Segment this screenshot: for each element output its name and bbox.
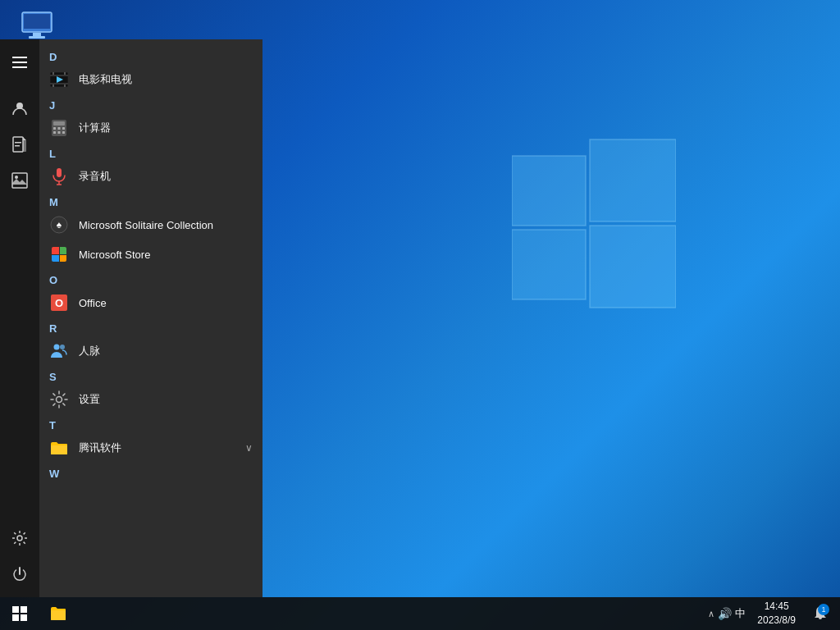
app-item-tencent[interactable]: 腾讯软件 ∨ (39, 433, 262, 463)
svg-point-17 (15, 176, 18, 179)
tencent-folder-icon (49, 438, 69, 458)
windows-logo-decoration (512, 131, 676, 312)
svg-rect-21 (50, 75, 68, 76)
systray-area: ∧ 🔊 中 (708, 606, 746, 621)
taskbar-clock[interactable]: 14:45 2023/8/9 (751, 600, 802, 628)
svg-rect-7 (29, 36, 45, 39)
app-item-solitaire[interactable]: ♠ Microsoft Solitaire Collection (39, 210, 262, 240)
svg-rect-5 (24, 14, 50, 29)
section-letter-r: R (39, 317, 262, 336)
svg-point-45 (57, 397, 62, 403)
svg-rect-30 (53, 127, 56, 130)
section-letter-o: O (39, 269, 262, 288)
section-letter-m: M (39, 191, 262, 210)
store-icon (49, 244, 69, 264)
taskbar: ∧ 🔊 中 14:45 2023/8/9 1 (0, 597, 840, 630)
office-icon: O (49, 293, 69, 313)
sidebar-settings-icon[interactable] (3, 522, 36, 555)
section-letter-t: T (39, 414, 262, 433)
settings-label: 设置 (79, 392, 253, 407)
svg-point-44 (60, 345, 65, 349)
this-pc-icon (20, 8, 54, 43)
svg-rect-24 (64, 72, 66, 75)
app-item-people[interactable]: 人脉 (39, 336, 262, 366)
movies-tv-label: 电影和电视 (79, 72, 253, 87)
systray-chevron[interactable]: ∧ (708, 609, 714, 619)
hamburger-menu-button[interactable] (3, 46, 36, 79)
start-button[interactable] (0, 597, 39, 630)
section-letter-w: W (39, 463, 262, 482)
systray-ime-indicator[interactable]: 中 (735, 606, 746, 621)
section-letter-j: J (39, 94, 262, 113)
svg-rect-23 (52, 72, 54, 75)
start-sidebar (0, 39, 39, 597)
app-item-recorder[interactable]: 录音机 (39, 162, 262, 191)
sidebar-photos-icon[interactable] (3, 164, 36, 197)
svg-rect-14 (15, 142, 21, 144)
svg-rect-32 (62, 127, 65, 130)
taskbar-date: 2023/8/9 (757, 614, 796, 628)
calculator-icon (49, 118, 69, 138)
sidebar-power-icon[interactable] (3, 558, 36, 591)
people-icon (49, 341, 69, 361)
svg-rect-26 (64, 84, 66, 87)
office-label: Office (79, 297, 253, 309)
taskbar-left-area (0, 597, 75, 630)
svg-rect-8 (12, 57, 27, 58)
svg-rect-35 (62, 131, 65, 134)
people-label: 人脉 (79, 344, 253, 358)
recorder-icon (49, 167, 69, 186)
sidebar-user-icon[interactable] (3, 92, 36, 125)
svg-rect-16 (12, 173, 27, 188)
start-menu: D 电影和电视 (0, 39, 262, 597)
tencent-label: 腾讯软件 (79, 441, 235, 455)
svg-rect-31 (58, 127, 61, 130)
sidebar-document-icon[interactable] (3, 128, 36, 161)
taskbar-file-explorer-button[interactable] (41, 597, 75, 630)
notification-center-button[interactable]: 1 (807, 597, 833, 630)
start-app-list: D 电影和电视 (39, 39, 262, 597)
svg-point-43 (54, 345, 60, 350)
svg-rect-2 (512, 230, 586, 299)
app-item-movies-tv[interactable]: 电影和电视 (39, 65, 262, 94)
app-item-office[interactable]: O Office (39, 288, 262, 317)
tencent-expand-arrow[interactable]: ∨ (245, 442, 253, 454)
section-letter-d: D (39, 46, 262, 65)
svg-rect-22 (50, 83, 68, 84)
svg-rect-48 (12, 614, 19, 621)
systray-speaker-icon[interactable]: 🔊 (718, 607, 732, 620)
section-letter-l: L (39, 143, 262, 162)
svg-rect-25 (52, 84, 54, 87)
app-item-settings[interactable]: 设置 (39, 385, 262, 414)
svg-rect-9 (12, 62, 27, 63)
svg-rect-49 (21, 614, 27, 621)
svg-rect-36 (57, 168, 62, 177)
svg-rect-29 (53, 121, 65, 126)
svg-rect-13 (23, 140, 26, 152)
notification-badge: 1 (818, 604, 829, 615)
recorder-label: 录音机 (79, 169, 253, 184)
solitaire-icon: ♠ (49, 215, 69, 235)
app-item-store[interactable]: Microsoft Store (39, 240, 262, 269)
svg-point-18 (17, 536, 22, 541)
svg-rect-1 (590, 139, 676, 221)
solitaire-label: Microsoft Solitaire Collection (79, 219, 253, 231)
svg-rect-0 (512, 156, 586, 226)
svg-rect-15 (15, 145, 20, 147)
calculator-label: 计算器 (79, 121, 253, 135)
svg-rect-6 (33, 33, 41, 36)
taskbar-time: 14:45 (757, 600, 796, 614)
store-label: Microsoft Store (79, 249, 253, 261)
settings-icon (49, 390, 69, 409)
svg-rect-34 (58, 131, 61, 134)
section-letter-s: S (39, 366, 262, 385)
svg-rect-46 (12, 606, 19, 613)
desktop: 此电脑 (0, 0, 840, 630)
svg-rect-47 (21, 606, 27, 613)
svg-rect-33 (53, 131, 56, 134)
svg-text:O: O (55, 297, 63, 309)
taskbar-right-area: ∧ 🔊 中 14:45 2023/8/9 1 (708, 597, 840, 630)
svg-text:♠: ♠ (57, 219, 62, 231)
app-item-calculator[interactable]: 计算器 (39, 113, 262, 143)
svg-rect-10 (12, 66, 27, 68)
